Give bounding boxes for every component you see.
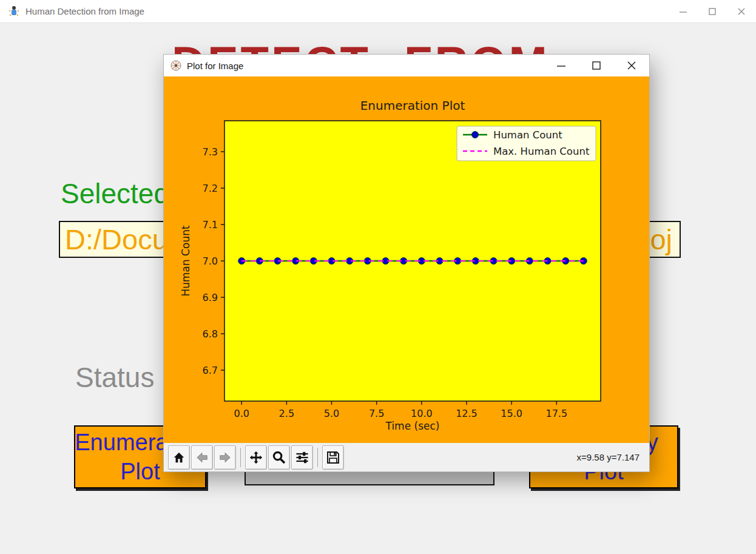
pan-icon[interactable] [245, 445, 267, 470]
y-tick-label: 7.2 [203, 183, 218, 194]
x-tick-label: 12.5 [456, 408, 478, 419]
maximize-icon[interactable] [579, 55, 614, 76]
legend-label: Human Count [493, 129, 562, 141]
matplotlib-logo-icon [170, 59, 182, 72]
home-icon[interactable] [168, 445, 190, 470]
plot-window: Plot for Image Enumeration PlotTime (sec… [164, 55, 649, 471]
y-tick-label: 7.0 [203, 255, 218, 267]
plot-window-titlebar: Plot for Image [164, 55, 649, 76]
y-tick-label: 7.3 [203, 146, 218, 158]
x-tick-label: 0.0 [234, 408, 249, 419]
minimize-icon[interactable] [669, 0, 698, 22]
toolbar-separator [240, 448, 241, 467]
main-window-controls [669, 0, 756, 22]
y-axis-label: Human Count [180, 225, 192, 297]
configure-subplots-icon[interactable] [291, 445, 313, 470]
selected-label: Selected [61, 177, 169, 210]
app-person-icon [7, 5, 21, 18]
legend-label: Max. Human Count [493, 146, 590, 157]
legend: Human CountMax. Human Count [457, 126, 596, 161]
minimize-icon[interactable] [544, 55, 579, 76]
y-tick-label: 6.8 [203, 328, 218, 340]
cursor-coordinates: x=9.58 y=7.147 [577, 452, 649, 462]
y-tick-label: 6.7 [203, 365, 218, 376]
maximize-icon[interactable] [698, 0, 727, 22]
x-tick-label: 7.5 [369, 408, 384, 419]
main-window-title: Human Detection from Image [25, 6, 144, 16]
x-tick-label: 2.5 [279, 408, 294, 419]
plot-window-controls [544, 55, 649, 76]
toolbar-separator [317, 448, 318, 467]
chart-title: Enumeration Plot [360, 98, 465, 113]
enumeration-plot-button-line2: Plot [120, 457, 160, 486]
close-icon[interactable] [727, 0, 756, 22]
file-path-left: D:/Docu [65, 223, 168, 256]
enumeration-chart: Enumeration PlotTime (sec)Human Count0.0… [164, 76, 649, 443]
app-root: Human Detection from Image DETECT FROM S… [0, 0, 756, 554]
plot-toolbar: x=9.58 y=7.147 [164, 443, 649, 471]
x-axis-label: Time (sec) [385, 420, 440, 432]
zoom-icon[interactable] [268, 445, 290, 470]
y-tick-label: 7.1 [203, 219, 218, 231]
save-icon[interactable] [322, 445, 344, 470]
x-tick-label: 10.0 [411, 408, 433, 419]
x-tick-label: 5.0 [324, 408, 339, 419]
close-icon[interactable] [614, 55, 649, 76]
x-tick-label: 15.0 [501, 408, 522, 419]
figure-canvas[interactable]: Enumeration PlotTime (sec)Human Count0.0… [164, 76, 649, 443]
forward-arrow-icon[interactable] [214, 445, 236, 470]
back-arrow-icon[interactable] [191, 445, 213, 470]
main-titlebar: Human Detection from Image [0, 0, 756, 23]
status-label: Status [75, 361, 154, 394]
y-tick-label: 6.9 [203, 292, 218, 303]
x-tick-label: 17.5 [546, 408, 568, 419]
plot-window-title: Plot for Image [187, 61, 243, 71]
